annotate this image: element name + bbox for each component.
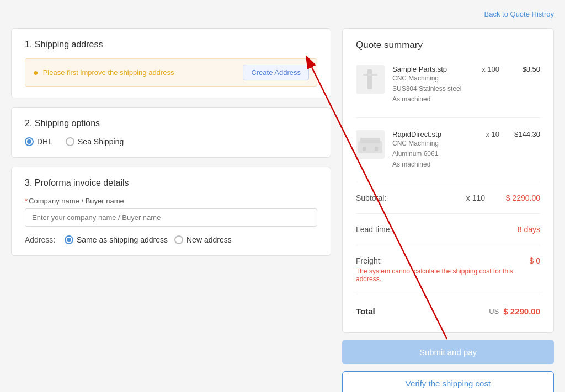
leadtime-label: Lead time: bbox=[356, 225, 392, 234]
divider-1 bbox=[356, 117, 540, 118]
product-row-1: Sample Parts.stp CNC MachiningSUS304 Sta… bbox=[356, 60, 540, 111]
leadtime-value: 8 days bbox=[496, 225, 540, 234]
freight-value: $ 0 bbox=[496, 256, 540, 265]
divider-4 bbox=[356, 245, 540, 245]
freight-label: Freight: bbox=[356, 256, 382, 265]
shipping-alert: ● Please first improve the shipping addr… bbox=[25, 58, 317, 87]
sea-shipping-option[interactable]: Sea Shipping bbox=[66, 137, 124, 146]
back-link[interactable]: Back to Quote Histroy bbox=[484, 10, 554, 18]
svg-rect-5 bbox=[375, 147, 378, 151]
product-qty-2: x 10 bbox=[472, 130, 499, 138]
same-address-label: Same as shipping address bbox=[77, 235, 168, 244]
divider-2 bbox=[356, 182, 540, 182]
total-currency: US bbox=[489, 307, 499, 315]
product-spec-1: CNC MachiningSUS304 Stainless steelAs ma… bbox=[392, 73, 464, 105]
product-qty-1: x 100 bbox=[472, 65, 499, 73]
new-address-label: New address bbox=[186, 235, 232, 244]
company-label: *Company name / Buyer name bbox=[25, 197, 317, 205]
svg-rect-1 bbox=[363, 74, 377, 76]
total-right: US $ 2290.00 bbox=[489, 307, 540, 316]
same-address-option[interactable]: Same as shipping address bbox=[65, 235, 168, 244]
product-price-2: $144.30 bbox=[507, 130, 540, 138]
submit-pay-button[interactable]: Submit and pay bbox=[342, 340, 554, 364]
address-options-row: Address: Same as shipping address New ad… bbox=[25, 235, 317, 244]
divider-3 bbox=[356, 213, 540, 214]
product-name-1: Sample Parts.stp bbox=[392, 65, 464, 73]
required-mark: * bbox=[25, 197, 28, 205]
quote-summary-card: Quote summary Sample Parts.stp CNC Machi… bbox=[342, 28, 554, 333]
same-address-radio[interactable] bbox=[65, 235, 73, 244]
shipping-radio-group: DHL Sea Shipping bbox=[25, 137, 317, 146]
shipping-options-section: 2. Shipping options DHL Sea Shipping bbox=[11, 107, 331, 158]
total-value: $ 2290.00 bbox=[503, 307, 540, 316]
product-price-1: $8.50 bbox=[507, 65, 540, 73]
create-address-button[interactable]: Create Address bbox=[243, 65, 309, 80]
leadtime-row: Lead time: 8 days bbox=[356, 221, 540, 238]
proforma-title: 3. Proforma invoice details bbox=[25, 178, 317, 188]
company-input[interactable] bbox=[25, 208, 317, 227]
verify-shipping-button[interactable]: Verify the shipping cost bbox=[342, 371, 554, 392]
svg-rect-3 bbox=[360, 138, 380, 143]
total-label: Total bbox=[356, 307, 375, 316]
dhl-radio[interactable] bbox=[25, 137, 34, 146]
product-details-2: RapidDirect.stp CNC MachiningAluminum 60… bbox=[392, 130, 464, 170]
svg-rect-4 bbox=[363, 147, 366, 151]
product-name-2: RapidDirect.stp bbox=[392, 130, 464, 138]
address-label: Address: bbox=[25, 235, 58, 244]
new-address-option[interactable]: New address bbox=[174, 235, 232, 244]
freight-section: Freight: $ 0 The system cannot calculate… bbox=[356, 252, 540, 287]
freight-error: The system cannot calculate the shipping… bbox=[356, 267, 540, 283]
sea-shipping-radio[interactable] bbox=[66, 137, 74, 146]
shipping-address-title: 1. Shipping address bbox=[25, 40, 317, 50]
proforma-section: 3. Proforma invoice details *Company nam… bbox=[11, 167, 331, 256]
right-panel: Quote summary Sample Parts.stp CNC Machi… bbox=[342, 28, 554, 392]
product-img-2 bbox=[356, 130, 385, 159]
freight-row: Freight: $ 0 bbox=[356, 256, 540, 265]
divider-5 bbox=[356, 294, 540, 294]
subtotal-row: Subtotal: x 110 $ 2290.00 bbox=[356, 189, 540, 207]
total-row: Total US $ 2290.00 bbox=[356, 301, 540, 321]
new-address-radio[interactable] bbox=[174, 235, 183, 244]
subtotal-label: Subtotal: bbox=[356, 194, 386, 202]
dhl-option[interactable]: DHL bbox=[25, 137, 52, 146]
shipping-address-section: 1. Shipping address ● Please first impro… bbox=[11, 28, 331, 98]
product-row-2: RapidDirect.stp CNC MachiningAluminum 60… bbox=[356, 125, 540, 176]
sea-shipping-label: Sea Shipping bbox=[78, 137, 124, 146]
quote-summary-title: Quote summary bbox=[356, 40, 540, 51]
product-img-1 bbox=[356, 65, 385, 94]
main-content: 1. Shipping address ● Please first impro… bbox=[11, 28, 554, 392]
alert-text: Please first improve the shipping addres… bbox=[43, 68, 174, 77]
top-bar: Back to Quote Histroy bbox=[11, 6, 554, 23]
company-field: *Company name / Buyer name bbox=[25, 197, 317, 227]
product-spec-2: CNC MachiningAluminum 6061As machined bbox=[392, 138, 464, 170]
shipping-options-title: 2. Shipping options bbox=[25, 119, 317, 128]
alert-content: ● Please first improve the shipping addr… bbox=[33, 68, 174, 78]
dhl-label: DHL bbox=[37, 137, 52, 146]
subtotal-value: $ 2290.00 bbox=[496, 194, 540, 202]
left-panel: 1. Shipping address ● Please first impro… bbox=[11, 28, 331, 256]
warning-icon: ● bbox=[33, 68, 39, 78]
svg-rect-0 bbox=[367, 69, 372, 89]
subtotal-qty: x 110 bbox=[466, 194, 485, 202]
product-details-1: Sample Parts.stp CNC MachiningSUS304 Sta… bbox=[392, 65, 464, 105]
